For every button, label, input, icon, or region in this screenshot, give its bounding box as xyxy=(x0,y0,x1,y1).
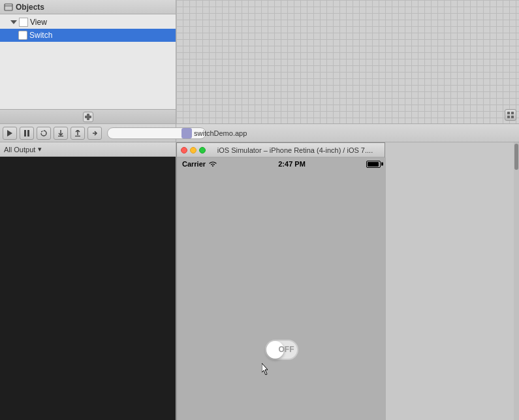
top-area: Objects View Switch xyxy=(0,0,519,124)
objects-header: Objects xyxy=(0,0,176,14)
svg-rect-10 xyxy=(27,130,29,137)
ios-toggle-switch[interactable]: OFF xyxy=(265,340,298,360)
simulator-title: iOS Simulator – iPhone Retina (4-inch) /… xyxy=(210,146,381,154)
switch-icon xyxy=(18,31,27,40)
svg-marker-17 xyxy=(262,363,268,375)
download-button[interactable] xyxy=(54,127,68,140)
minimize-button[interactable] xyxy=(190,147,197,153)
pause-button[interactable] xyxy=(20,127,34,140)
status-left: Carrier xyxy=(182,160,217,168)
arrow-button[interactable] xyxy=(87,127,102,140)
svg-rect-5 xyxy=(511,112,514,114)
canvas-corner-icon[interactable] xyxy=(505,109,516,121)
wifi-icon xyxy=(208,161,217,167)
iphone-content: OFF xyxy=(177,170,386,420)
svg-marker-8 xyxy=(7,130,12,137)
toggle-label: OFF xyxy=(279,345,294,354)
scrollbar-thumb[interactable] xyxy=(514,144,518,170)
objects-header-label: Objects xyxy=(16,3,44,12)
canvas-area xyxy=(176,0,519,123)
svg-marker-11 xyxy=(41,131,44,133)
mouse-cursor xyxy=(262,363,270,375)
toolbar-right: switchDemo.app xyxy=(176,124,519,142)
simulator-window: iOS Simulator – iPhone Retina (4-inch) /… xyxy=(176,142,385,420)
middle-toolbar: switchDemo.app xyxy=(0,124,519,142)
output-dropdown-icon[interactable]: ▾ xyxy=(38,145,42,153)
app-label: switchDemo.app xyxy=(181,128,247,138)
tree-item-view[interactable]: View xyxy=(0,16,176,29)
svg-rect-3 xyxy=(87,114,89,120)
maximize-button[interactable] xyxy=(199,147,206,153)
close-button[interactable] xyxy=(181,147,187,153)
app-icon xyxy=(181,128,192,138)
tree-item-switch[interactable]: Switch xyxy=(0,29,176,42)
view-label: View xyxy=(30,18,47,27)
toolbar-left xyxy=(0,124,176,142)
iphone-statusbar: Carrier 2:47 PM xyxy=(177,157,386,170)
objects-tree: View Switch xyxy=(0,14,176,109)
upload-button[interactable] xyxy=(71,127,85,140)
refresh-button[interactable] xyxy=(37,127,51,140)
svg-rect-6 xyxy=(507,116,510,118)
svg-rect-9 xyxy=(24,130,26,137)
view-icon xyxy=(19,18,28,27)
expand-icon-view xyxy=(10,20,17,24)
objects-header-icon xyxy=(4,3,13,12)
objects-bottom-bar xyxy=(0,109,176,123)
output-header: All Output ▾ xyxy=(0,142,176,157)
simulator-panel: iOS Simulator – iPhone Retina (4-inch) /… xyxy=(176,142,519,420)
objects-panel: Objects View Switch xyxy=(0,0,176,123)
bottom-area: All Output ▾ iOS Simulator – iPhone Reti… xyxy=(0,142,519,420)
play-button[interactable] xyxy=(3,127,17,140)
battery-icon xyxy=(366,161,381,168)
status-time: 2:47 PM xyxy=(278,160,306,168)
output-content xyxy=(0,157,176,420)
status-right xyxy=(366,161,381,168)
output-label: All Output xyxy=(4,146,35,153)
carrier-label: Carrier xyxy=(182,160,206,168)
output-panel: All Output ▾ xyxy=(0,142,176,420)
svg-rect-0 xyxy=(5,4,12,10)
app-name: switchDemo.app xyxy=(194,129,247,137)
simulator-scrollbar[interactable] xyxy=(514,142,519,420)
svg-rect-7 xyxy=(511,116,514,118)
switch-label: Switch xyxy=(29,31,52,40)
iphone-screen: Carrier 2:47 PM xyxy=(177,157,386,420)
objects-add-button[interactable] xyxy=(83,112,93,122)
simulator-titlebar: iOS Simulator – iPhone Retina (4-inch) /… xyxy=(177,143,385,157)
svg-rect-4 xyxy=(507,112,510,114)
simulator-traffic-lights xyxy=(181,147,206,153)
